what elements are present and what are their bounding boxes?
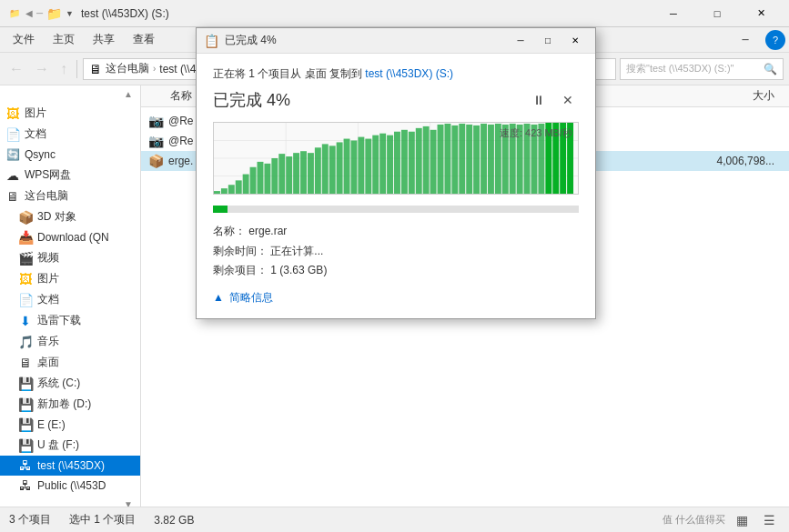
pause-button[interactable]: ⏸ xyxy=(528,89,550,111)
desktop-icon: 🖥 xyxy=(18,356,33,370)
items-count: 3 个项目 xyxy=(9,512,51,527)
svg-rect-38 xyxy=(438,125,444,194)
svg-rect-14 xyxy=(264,164,270,194)
title-pin[interactable]: ─ xyxy=(36,8,43,18)
sidebar-label-pictures: 图片 xyxy=(37,271,59,286)
sidebar-item-d[interactable]: 💾 新加卷 (D:) xyxy=(0,394,140,415)
view-list-button[interactable]: ☰ xyxy=(758,509,780,531)
svg-rect-39 xyxy=(444,124,450,194)
svg-rect-8 xyxy=(221,188,228,194)
sidebar-label-e: E (E:) xyxy=(37,418,66,431)
menu-share[interactable]: 共享 xyxy=(84,28,124,51)
maximize-button[interactable]: □ xyxy=(696,0,738,27)
svg-rect-45 xyxy=(488,125,494,194)
file-name-row: 名称： erge.rar xyxy=(213,222,579,242)
sidebar-scroll-up[interactable]: ▲ xyxy=(0,85,140,103)
view-grid-button[interactable]: ▦ xyxy=(731,509,753,531)
sidebar-item-music[interactable]: 🎵 音乐 xyxy=(0,331,140,352)
up-button[interactable]: ↑ xyxy=(56,56,71,82)
sidebar-item-e[interactable]: 💾 E (E:) xyxy=(0,415,140,435)
dialog-maximize-button[interactable]: □ xyxy=(535,32,561,50)
back-button[interactable]: ← xyxy=(5,56,27,82)
dialog-title-bar: 📋 已完成 4% ─ □ ✕ xyxy=(197,28,595,54)
thispc-icon: 🖥 xyxy=(5,189,20,204)
dialog-minimize-button[interactable]: ─ xyxy=(508,32,533,50)
breadcrumb-sep-1: › xyxy=(153,64,156,74)
svg-rect-12 xyxy=(250,167,257,194)
desc-text-before: 正在将 1 个项目从 桌面 复制到 xyxy=(213,67,365,80)
svg-rect-22 xyxy=(322,144,329,194)
menu-file[interactable]: 文件 xyxy=(4,28,44,51)
sidebar-label-pictures-top: 图片 xyxy=(25,105,46,121)
sidebar-item-test-network[interactable]: 🖧 test (\\453DX) xyxy=(0,456,140,476)
address-this-pc: 这台电脑 xyxy=(106,61,149,76)
menu-home[interactable]: 主页 xyxy=(44,28,84,51)
sidebar-item-pictures-top[interactable]: 🖼 图片 xyxy=(0,103,140,124)
address-computer-icon: 🖥 xyxy=(89,62,102,76)
sidebar-item-video[interactable]: 🎬 视频 xyxy=(0,247,140,268)
forward-button[interactable]: → xyxy=(31,56,53,82)
sidebar-label-thispc: 这台电脑 xyxy=(25,188,68,204)
menu-minimize[interactable]: ─ xyxy=(729,30,762,50)
scroll-up-arrow[interactable]: ▲ xyxy=(120,87,137,101)
details-toggle-button[interactable]: ▲ 简略信息 xyxy=(213,290,273,306)
sidebar-label-d: 新加卷 (D:) xyxy=(37,396,91,412)
svg-rect-28 xyxy=(365,139,371,194)
sidebar-item-qsync[interactable]: 🔄 Qsync xyxy=(0,145,140,165)
svg-rect-15 xyxy=(271,158,278,194)
sidebar-scroll-down[interactable]: ▼ xyxy=(0,496,140,507)
menu-view[interactable]: 查看 xyxy=(124,28,164,51)
sidebar-label-wpsdisk: WPS网盘 xyxy=(25,167,71,183)
title-bar: 📁 ◀ ─ 📁 ▼ test (\\453DX) (S:) ─ □ ✕ xyxy=(0,0,789,27)
e-drive-icon: 💾 xyxy=(18,417,33,432)
svg-rect-27 xyxy=(358,137,364,194)
title-quick-access[interactable]: ◀ xyxy=(25,8,33,18)
svg-rect-10 xyxy=(236,180,242,194)
sidebar-item-download[interactable]: 📥 Download (QN xyxy=(0,227,140,247)
file-icon-1: 📷 xyxy=(148,134,163,148)
close-button[interactable]: ✕ xyxy=(740,0,782,27)
sidebar-item-wpsdisk[interactable]: ☁ WPS网盘 xyxy=(0,165,140,186)
sidebar-item-c[interactable]: 💾 系统 (C:) xyxy=(0,373,140,394)
sidebar-item-xunlei[interactable]: ⬇ 迅雷下载 xyxy=(0,310,140,331)
sidebar-item-pictures[interactable]: 🖼 图片 xyxy=(0,268,140,289)
sidebar-item-documents[interactable]: 📄 文档 xyxy=(0,289,140,310)
sidebar-label-documents-top: 文档 xyxy=(25,126,46,142)
svg-rect-33 xyxy=(401,130,408,194)
sidebar-item-public-network[interactable]: 🖧 Public (\\453D xyxy=(0,476,140,496)
dialog-close-button[interactable]: ✕ xyxy=(562,32,588,50)
search-placeholder: 搜索"test (\\453DX) (S:)" xyxy=(626,62,733,75)
items-selected: 选中 1 个项目 xyxy=(69,512,136,527)
copy-dialog: 📋 已完成 4% ─ □ ✕ 正在将 1 个项目从 桌面 复制到 test (\… xyxy=(196,27,596,319)
file-size-2: 4,006,798... xyxy=(691,155,782,167)
svg-rect-31 xyxy=(387,136,393,194)
sidebar-item-desktop[interactable]: 🖥 桌面 xyxy=(0,352,140,373)
dialog-title-text: 已完成 4% xyxy=(225,33,502,48)
svg-rect-11 xyxy=(243,175,249,194)
title-dropdown[interactable]: ▼ xyxy=(66,9,74,18)
xunlei-icon: ⬇ xyxy=(18,314,33,328)
file-icon-2: 📦 xyxy=(148,154,163,168)
sidebar-label-desktop: 桌面 xyxy=(37,355,59,370)
download-icon: 📥 xyxy=(18,230,33,245)
sidebar-item-thispc[interactable]: 🖥 这台电脑 xyxy=(0,186,140,206)
cancel-button[interactable]: ✕ xyxy=(557,89,579,111)
sidebar: ▲ 🖼 图片 📄 文档 🔄 Qsync ☁ WPS网盘 🖥 这台电脑 📦 3D … xyxy=(0,85,141,507)
sidebar-item-documents-top[interactable]: 📄 文档 xyxy=(0,124,140,145)
search-bar[interactable]: 搜索"test (\\453DX) (S:)" 🔍 xyxy=(620,58,784,80)
svg-rect-18 xyxy=(293,153,299,194)
desc-link[interactable]: test (\\453DX) (S:) xyxy=(365,67,453,80)
svg-rect-23 xyxy=(329,146,336,194)
svg-rect-32 xyxy=(394,132,400,194)
title-bar-icons: 📁 ◀ ─ 📁 ▼ xyxy=(7,6,74,21)
test-network-icon: 🖧 xyxy=(18,458,33,473)
sidebar-item-u[interactable]: 💾 U 盘 (F:) xyxy=(0,435,140,456)
dialog-description: 正在将 1 个项目从 桌面 复制到 test (\\453DX) (S:) xyxy=(213,66,579,82)
minimize-button[interactable]: ─ xyxy=(652,0,694,27)
scroll-down-arrow[interactable]: ▼ xyxy=(120,497,137,507)
remaining-time-value: 正在计算... xyxy=(270,245,323,257)
menu-help[interactable]: ? xyxy=(765,30,785,50)
svg-rect-13 xyxy=(258,162,264,194)
watermark: 值 什么值得买 xyxy=(663,513,725,527)
sidebar-item-3dobjects[interactable]: 📦 3D 对象 xyxy=(0,206,140,227)
